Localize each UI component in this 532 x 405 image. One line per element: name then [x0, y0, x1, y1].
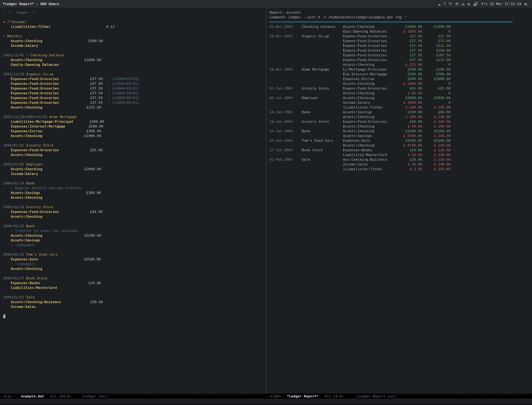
volume-icon[interactable]: 🔊	[473, 2, 478, 6]
buffer-name: *Ledger Report*	[287, 394, 318, 398]
network-icon[interactable]: ⇅	[468, 2, 470, 6]
posting-row: Expenses:Food:Groceries£37.50; [=2004/05…	[3, 96, 263, 100]
posting-row: Expenses:Food:Groceries£37.50; [=2004/01…	[3, 77, 263, 81]
posting-row: Assets:Checking	[3, 195, 263, 200]
posting-row: Assets:Checking:Business£30.00	[3, 300, 263, 304]
report-row: 05-Jan-2004EmployerAssets:Checking£2000.…	[269, 96, 529, 100]
report-row: Assets:Checking£-1000.000	[269, 81, 529, 86]
periodic-posting: Assets:Checking £500.00	[3, 39, 263, 43]
ledger-source-buffer[interactable]: ; -*- ledger -*- = /^Income/ (Liabilitie…	[0, 8, 266, 394]
posting-row: Expenses:Food:Groceries£65.00	[3, 148, 263, 153]
weather-text: 7 °C	[444, 2, 452, 6]
txn-header: 2004/01/25 Tom's Used Cars	[3, 252, 263, 257]
weather-icon: ☁	[438, 2, 440, 6]
report-row: Equi:Opening Balances£-1000.000	[269, 29, 529, 34]
posting-row: Assets:Checking	[3, 214, 263, 219]
periodic-posting: Income:Salary	[3, 43, 263, 48]
posting-row: Expenses:Food:Groceries£37.50; [=2004/02…	[3, 81, 263, 86]
posting-row: Liabilities:MasterCard	[3, 285, 263, 290]
posting-row: Assets:Checking£5500.00	[3, 233, 263, 238]
report-row: Expens:Food:Groceries£37.50£112.50	[269, 43, 529, 48]
periodic-header: ~ Monthly	[3, 34, 263, 39]
modeline-right: --U:@%%- *Ledger Report* All (4,0) (Ledg…	[266, 394, 532, 399]
txn-header: 2004/01/19 Grocery Store	[3, 205, 263, 209]
report-row: Assets:Savings£-5500.00£-240.00	[269, 134, 529, 138]
report-row: Assets:Checking£-65.000	[269, 91, 529, 96]
emacs-frame: ; -*- ledger -*- = /^Income/ (Liabilitie…	[0, 8, 532, 394]
posting-row: Assets:Savings	[3, 238, 263, 243]
clock-text: Fri 15 Mar 17:11:19	[481, 2, 521, 6]
posting-row: Assets:Savings£300.00	[3, 190, 263, 195]
report-row: 02-Jan-2004Grocery StoreExpens:Food:Groc…	[269, 86, 529, 91]
report-row: Assets:Checking£-300.00£-240.00	[269, 115, 529, 119]
txn-header: 2004/01/27 Book Store	[3, 276, 263, 281]
major-mode: (Ledger Report yas)	[356, 394, 396, 398]
report-separator: ════════════════════════════════════════…	[269, 20, 529, 24]
report-row: Expens:Food:Groceries£37.50£150.00	[269, 48, 529, 53]
report-row: 01-Feb-2004SaleAss:Checking:Business£30.…	[269, 157, 529, 162]
report-row: Assets:Checking£-44.00£-240.00	[269, 124, 529, 129]
posting-row: Expenses:Food:Groceries£37.50; [=2004/06…	[3, 100, 263, 105]
posting-row: Assets:Checking	[3, 153, 263, 157]
posting-row: ; :nobudget:	[3, 243, 263, 247]
report-row: 20-Dec-2003Organic Co-opExpens:Food:Groc…	[269, 34, 529, 39]
report-title: Report: account	[269, 10, 529, 15]
report-row: Expenses:Escrow£300.00£1000.00	[269, 77, 529, 81]
txn-header: 2004/01/05 Employer	[3, 162, 263, 167]
report-row: 01-Dec-2003Checking balanceAssets:Checki…	[269, 24, 529, 29]
posting-row: Expenses:Books£20.00	[3, 281, 263, 285]
posting-row: Expenses:Interest:Mortgage£500.00	[3, 124, 263, 129]
report-row: 28-Dec-2003Acme MortgageLi:Mortgage:Prin…	[269, 67, 529, 72]
settings-gear-icon[interactable]: ⚙	[524, 2, 527, 6]
posting-row: Assets:Checking£1000.00	[3, 58, 263, 62]
report-row: Assets:Checking£-225.000	[269, 62, 529, 67]
txn-note: ; Transfer to cover car purchase	[3, 228, 263, 233]
txn-header: 2003/12/20 Organic Co-op	[3, 72, 263, 77]
posting-row: Assets:Checking-£225.00	[3, 105, 263, 110]
report-row: Income:Sales£-30.00£-240.00	[269, 162, 529, 167]
auto-txn-header: = /^Income/	[3, 20, 263, 24]
txn-header: 2004/01/02 Grocery Store	[3, 143, 263, 148]
posting-row: ; :nobudget:	[3, 262, 263, 266]
report-row: 27-Jan-2004Book StoreExpenses:Books£20.0…	[269, 148, 529, 153]
report-row: Expens:Food:Groceries£37.50£187.50	[269, 53, 529, 58]
report-row: Exp:Interest:Mortgage£500.00£700.00	[269, 72, 529, 77]
report-row: Expens:Food:Groceries£37.50£225.00	[269, 58, 529, 62]
report-row: Liabilitie:MasterCard£-20.00£-240.00	[269, 153, 529, 157]
report-row: 19-Jan-2004Grocery StoreExpens:Food:Groc…	[269, 119, 529, 124]
system-tray: ☁ 7 °C ⟳ ✉ ⇅ 🔊 Fri 15 Mar 17:11:19 ⚙	[438, 2, 527, 6]
posting-row: Expenses:Escrow£300.00	[3, 129, 263, 134]
txn-header: 2004/01/14 Bank	[3, 181, 263, 186]
report-row: (Liabilities:Tithe)£-3.60£-243.60	[269, 167, 529, 171]
report-row: Income:Salary£-2000.000	[269, 100, 529, 105]
buffer-name: example.dat	[21, 394, 44, 398]
posting-row: Income:Salary	[3, 171, 263, 176]
posting-row: Expenses:Food:Groceries£37.50; [=2004/03…	[3, 86, 263, 91]
posting-row: Assets:Checking£2000.00	[3, 167, 263, 171]
posting-row: Assets:Checking	[3, 266, 263, 271]
report-row: 25-Jan-2004BankAssets:Checking£5500.00£5…	[269, 129, 529, 134]
modeline-left: --U:@--- example.dat All (64,0) (Ledger …	[0, 394, 266, 399]
txn-header: 2004/01/25 Bank	[3, 224, 263, 228]
posting-row: Assets:Checking-£1000.00	[3, 134, 263, 138]
report-row: (Liabilities:Tithe)£-240.00£-240.00	[269, 105, 529, 110]
mail-icon[interactable]: ✉	[462, 2, 465, 6]
report-row: 25-Jan-2004Tom's Used CarsExpenses:Auto£…	[269, 138, 529, 143]
report-row: Expens:Food:Groceries£37.50£75.00	[269, 39, 529, 43]
text-cursor	[3, 315, 5, 318]
posting-row: Liabilities:Mortgage:Principal£200.00	[3, 119, 263, 124]
txn-header: 2004/02/01 Sale	[3, 295, 263, 300]
refresh-icon[interactable]: ⟳	[455, 2, 459, 6]
window-title: *Ledger Report* - GNU Emacs	[3, 2, 59, 6]
ledger-report-buffer[interactable]: Report: account Command: ledger --sort d…	[266, 8, 532, 394]
posting-row: Income:Sales	[3, 304, 263, 309]
posting-row: Expenses:Food:Groceries£37.50; [=2004/04…	[3, 91, 263, 96]
mode-comment: ; -*- ledger -*-	[3, 10, 263, 15]
posting-row: Expenses:Food:Groceries£44.00	[3, 209, 263, 214]
auto-txn-posting: (Liabilities:Tithe) 0.12	[3, 24, 263, 29]
txn-note: ; Regular monthly savings transfer	[3, 186, 263, 190]
txn-header: 2003/12/01 * Checking balance	[3, 53, 263, 58]
major-mode: (Ledger yas)	[82, 394, 107, 398]
report-command: Command: ledger --sort d -f /home/borbus…	[269, 15, 529, 20]
report-row: Assets:Checking£-5500.00£-240.00	[269, 143, 529, 148]
